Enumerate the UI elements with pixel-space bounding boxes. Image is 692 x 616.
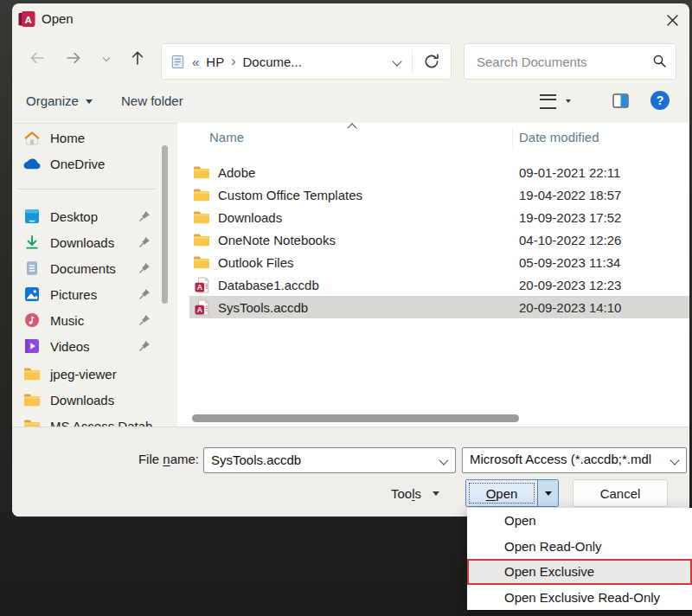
open-dropdown-button[interactable] [537, 480, 558, 506]
new-folder-label: New folder [121, 80, 183, 123]
column-header-name[interactable]: Name [209, 130, 244, 144]
file-name-input[interactable] [211, 448, 427, 471]
sidebar-item-music[interactable]: Music [22, 307, 170, 333]
sidebar-item-onedrive[interactable]: OneDrive [22, 151, 170, 176]
videos-icon [24, 338, 40, 354]
search-box [464, 43, 676, 80]
column-divider [512, 128, 513, 147]
new-folder-button[interactable]: New folder [121, 80, 183, 123]
organize-label: Organize [26, 80, 79, 123]
menu-item-open-read-only[interactable]: Open Read-Only [467, 534, 692, 560]
file-name-label: File name: [12, 447, 199, 472]
navigation-bar: « HP › Docume... [12, 35, 689, 80]
forward-button[interactable] [62, 47, 85, 69]
folder-icon [193, 255, 210, 269]
sidebar-item-home[interactable]: Home [22, 125, 170, 151]
open-dialog: Open « HP [12, 3, 689, 517]
breadcrumb-current[interactable]: Docume... [240, 55, 305, 69]
file-date: 04-10-2022 12:26 [519, 233, 621, 247]
sidebar-item-ms-access-database[interactable]: MS Access Datab [22, 413, 170, 427]
pictures-icon [24, 286, 40, 302]
file-row-custom-office-templates[interactable]: Custom Office Templates 19-04-2022 18:57 [189, 183, 689, 206]
home-icon [23, 130, 41, 145]
file-row-downloads[interactable]: Downloads 19-09-2023 17:52 [189, 206, 689, 228]
file-name-combobox [203, 447, 456, 473]
file-row-onenote-notebooks[interactable]: OneNote Notebooks 04-10-2022 12:26 [189, 228, 689, 251]
menu-item-open[interactable]: Open [467, 508, 692, 534]
sidebar-item-videos[interactable]: Videos [22, 333, 170, 359]
pin-icon [138, 210, 151, 222]
sidebar-item-label: Desktop [50, 209, 98, 224]
file-row-database1-accdb[interactable]: Database1.accdb 20-09-2023 12:23 [189, 273, 689, 296]
file-date: 05-09-2023 11:34 [519, 255, 620, 270]
file-row-outlook-files[interactable]: Outlook Files 05-09-2023 11:34 [189, 251, 689, 273]
documents-icon [25, 260, 39, 276]
file-row-systools-accdb[interactable]: SysTools.accdb 20-09-2023 14:10 [189, 296, 689, 318]
pin-icon [138, 314, 151, 326]
back-button[interactable] [26, 47, 48, 69]
sidebar-item-label: Pictures [50, 287, 97, 302]
open-button[interactable]: Open [466, 480, 537, 506]
sidebar-item-desktop[interactable]: Desktop [22, 203, 170, 229]
file-rows: Adobe 09-01-2021 22:11 Custom Office Tem… [189, 161, 689, 318]
breadcrumb-overflow[interactable]: « [189, 55, 202, 69]
sidebar-item-pictures[interactable]: Pictures [22, 281, 170, 307]
onedrive-icon [22, 157, 42, 170]
breadcrumb-root[interactable]: HP [202, 55, 227, 69]
sidebar-item-documents[interactable]: Documents [22, 255, 170, 281]
refresh-icon[interactable] [423, 53, 440, 70]
sidebar-item-label: MS Access Datab [50, 419, 152, 427]
file-date: 09-01-2021 22:11 [519, 165, 620, 180]
folder-icon [23, 419, 41, 427]
file-type-select[interactable]: Microsoft Access (*.accdb;*.mdl [462, 447, 687, 473]
up-button[interactable] [126, 47, 149, 69]
menu-item-open-exclusive[interactable]: Open Exclusive [467, 559, 692, 585]
chevron-down-icon [670, 455, 679, 465]
sidebar-item-downloads[interactable]: Downloads [22, 229, 170, 255]
search-icon [652, 54, 667, 68]
file-row-adobe[interactable]: Adobe 09-01-2021 22:11 [189, 161, 689, 183]
address-divider [412, 49, 413, 74]
chevron-down-icon [432, 491, 439, 496]
file-name: Downloads [218, 210, 282, 225]
pin-icon [138, 288, 151, 300]
preview-pane-icon[interactable] [612, 93, 629, 108]
folder-icon [193, 210, 210, 224]
menu-item-open-exclusive-read-only[interactable]: Open Exclusive Read-Only [467, 585, 692, 611]
column-header-date-modified[interactable]: Date modified [519, 130, 599, 144]
view-mode-button[interactable] [540, 80, 571, 123]
sidebar-item-label: Documents [50, 261, 116, 276]
forward-arrow-icon [65, 51, 82, 65]
back-arrow-icon [29, 51, 46, 65]
recent-locations-button[interactable] [95, 47, 118, 69]
file-name: OneNote Notebooks [218, 233, 336, 247]
horizontal-scrollbar[interactable] [192, 414, 519, 422]
cancel-button[interactable]: Cancel [573, 479, 668, 507]
chevron-down-icon[interactable] [439, 455, 448, 465]
sidebar-scrollbar[interactable] [162, 145, 168, 304]
close-button[interactable] [662, 10, 682, 30]
close-icon [666, 14, 679, 27]
address-bar[interactable]: « HP › Docume... [161, 43, 452, 80]
file-name: Outlook Files [218, 255, 294, 270]
sidebar-item-downloads-2[interactable]: Downloads [22, 387, 170, 413]
desktop-icon [24, 209, 40, 224]
tools-button[interactable]: Tools [391, 480, 439, 506]
chevron-down-icon [566, 99, 571, 103]
music-icon [24, 312, 40, 328]
downloads-icon [24, 234, 40, 250]
document-icon [170, 55, 185, 69]
folder-icon [193, 165, 210, 179]
help-button[interactable]: ? [650, 91, 670, 110]
sidebar-item-label: Downloads [50, 235, 114, 250]
organize-button[interactable]: Organize [26, 80, 93, 123]
file-date: 20-09-2023 14:10 [519, 300, 621, 315]
sidebar-separator [17, 189, 156, 189]
access-app-icon [18, 10, 35, 28]
chevron-down-icon [103, 55, 110, 61]
search-input[interactable] [475, 44, 643, 79]
sidebar-item-label: Videos [50, 339, 90, 354]
list-view-icon [540, 94, 556, 109]
open-split-button: Open [465, 479, 559, 507]
sidebar-item-jpeg-viewer[interactable]: jpeg-viewer [22, 361, 170, 387]
